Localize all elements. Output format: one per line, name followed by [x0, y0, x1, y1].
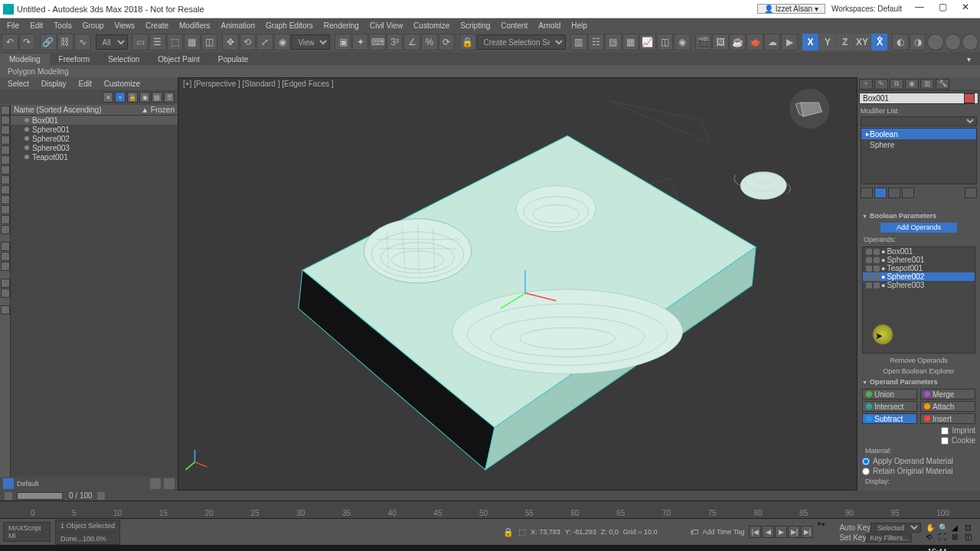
spinner-snap-button[interactable]: ⟳ [439, 34, 456, 51]
cmd-create-icon[interactable]: + [859, 79, 873, 90]
prev-frame-button[interactable] [5, 492, 12, 500]
nav-zoomall-button[interactable]: ⊞ [952, 533, 964, 541]
unique-button[interactable] [888, 187, 900, 198]
axis-xy-button[interactable]: XY [854, 34, 871, 51]
list-item[interactable]: Sphere003 [11, 143, 178, 152]
nav-fov-button[interactable]: ◢ [952, 523, 964, 532]
menu-views[interactable]: Views [109, 21, 141, 30]
autokey-button[interactable]: Auto Key [839, 523, 871, 532]
key-mode-button[interactable]: 🗝 [818, 520, 835, 544]
curve-editor-button[interactable]: 📈 [639, 34, 656, 51]
lock-icon[interactable]: 🔒 [503, 527, 514, 537]
cmd-display-icon[interactable]: ▥ [920, 79, 934, 90]
filter-dropdown[interactable]: All [96, 34, 128, 50]
ribbon-group[interactable]: Polygon Modeling [0, 67, 77, 76]
type-13-icon[interactable] [1, 225, 10, 234]
axis-y-button[interactable]: Y [819, 34, 836, 51]
selection-lock-button[interactable]: 🔒 [459, 34, 476, 51]
menu-scripting[interactable]: Scripting [455, 21, 495, 30]
configure-button[interactable] [965, 187, 977, 198]
menu-animation[interactable]: Animation [216, 21, 260, 30]
axis-xalt-button[interactable]: X̂ [871, 34, 888, 51]
store-icon[interactable]: 🛍 [136, 546, 162, 551]
menu-grapheditors[interactable]: Graph Editors [260, 21, 318, 30]
object-name-field[interactable]: Box001 [859, 93, 978, 104]
vscode-icon[interactable]: ⧉ [189, 546, 215, 551]
type-helper-icon[interactable] [1, 155, 10, 165]
coord-y[interactable]: Y: -81,293 [565, 528, 596, 536]
menu-modifiers[interactable]: Modifiers [174, 21, 216, 30]
scene-menu-select[interactable]: Select [2, 80, 35, 88]
extra-1-button[interactable]: ◐ [892, 34, 909, 51]
user-account[interactable]: 👤 Izzet Alsan ▾ [757, 4, 825, 14]
coord-z[interactable]: Z: 0,0 [601, 528, 619, 536]
notifications-button[interactable]: 💬 [963, 546, 978, 551]
operand-item[interactable]: ● Teapot001 [863, 264, 975, 272]
keymode-dropdown[interactable]: Selected [871, 523, 921, 533]
type-17-icon[interactable] [1, 279, 10, 288]
boolean-parameters-header[interactable]: Boolean Parameters [858, 210, 980, 221]
union-button[interactable]: Union [862, 389, 917, 399]
menu-civilview[interactable]: Civil View [364, 21, 408, 30]
render-prod-button[interactable]: ☕ [730, 34, 746, 51]
maximize-button[interactable]: ▢ [931, 2, 954, 17]
snap-toggle-button[interactable]: 3³ [387, 34, 403, 51]
rotate-button[interactable]: ⟲ [240, 34, 256, 51]
stack-item[interactable]: ▸ Boolean [861, 129, 976, 139]
operand-item[interactable]: ● Sphere003 [863, 281, 975, 289]
chrome-icon[interactable]: 🌐 [82, 546, 108, 551]
close-button[interactable]: ✕ [954, 2, 977, 17]
recorder-icon[interactable]: ⏺ [243, 546, 269, 551]
type-geom-icon[interactable] [1, 116, 10, 125]
type-15-icon[interactable] [1, 252, 10, 261]
filter-btn-4[interactable]: ◉ [139, 92, 150, 103]
setkey-button[interactable]: Set Key [839, 533, 866, 542]
goto-start-button[interactable]: |◀ [749, 526, 761, 538]
list-item[interactable]: Sphere002 [11, 134, 178, 143]
type-18-icon[interactable] [1, 289, 10, 298]
remove-operands-button[interactable]: Remove Operands [858, 355, 980, 366]
layer-name[interactable]: Default [17, 480, 39, 487]
axis-x-button[interactable]: X [802, 34, 819, 51]
add-operands-button[interactable]: Add Operands [880, 223, 957, 233]
layer-btn2-icon[interactable] [164, 478, 175, 489]
open-boolean-explorer-button[interactable]: Open Boolean Explorer [858, 366, 980, 377]
tab-selection[interactable]: Selection [99, 54, 149, 65]
type-9-icon[interactable] [1, 185, 10, 194]
stack-item[interactable]: Sphere [861, 139, 976, 150]
operand-item[interactable]: ● Sphere002 [863, 272, 975, 281]
mail-icon[interactable]: ✉ [162, 546, 188, 551]
menu-help[interactable]: Help [566, 21, 593, 30]
type-light-icon[interactable] [1, 135, 10, 145]
type-12-icon[interactable] [1, 215, 10, 224]
apply-material-radio[interactable]: Apply Operand Material [862, 456, 975, 466]
ribbon-expand-icon[interactable]: ▾ [958, 54, 980, 65]
type-19-icon[interactable] [1, 305, 10, 315]
filter-btn-3[interactable]: 🔒 [127, 92, 138, 103]
menu-edit[interactable]: Edit [24, 21, 48, 30]
cookie-check[interactable]: Cookie [862, 435, 975, 445]
scene-menu-edit[interactable]: Edit [73, 80, 98, 88]
menu-customize[interactable]: Customize [408, 21, 455, 30]
render-iter-button[interactable]: 🫖 [746, 34, 763, 51]
list-item[interactable]: Box001 [11, 116, 178, 125]
show-result-button[interactable] [874, 187, 887, 198]
cmd-utilities-icon[interactable]: 🔧 [936, 79, 949, 90]
window-crossing-button[interactable]: ▦ [184, 34, 201, 51]
type-11-icon[interactable] [1, 205, 10, 214]
keyboard-button[interactable]: ⌨ [369, 34, 386, 51]
minimize-button[interactable]: — [908, 2, 931, 17]
menu-arnold[interactable]: Arnold [533, 21, 566, 30]
nav-ze-button[interactable]: ⊡ [965, 523, 977, 532]
next-frame-button2[interactable]: ▶| [788, 526, 800, 538]
manipulate-button[interactable]: ✦ [352, 34, 369, 51]
render-setup-button[interactable]: 🎬 [695, 34, 712, 51]
list-item[interactable]: Teapot001 [11, 152, 178, 161]
move-button[interactable]: ✥ [222, 34, 239, 51]
filter-btn-6[interactable]: ☰ [164, 92, 175, 103]
redo-button[interactable]: ↷ [19, 34, 36, 51]
nav-zoom-button[interactable]: 🔍 [939, 523, 951, 532]
operand-item[interactable]: ● Box001 [863, 247, 975, 256]
object-color-swatch[interactable] [964, 93, 975, 103]
layer-btn1-icon[interactable] [150, 478, 161, 489]
